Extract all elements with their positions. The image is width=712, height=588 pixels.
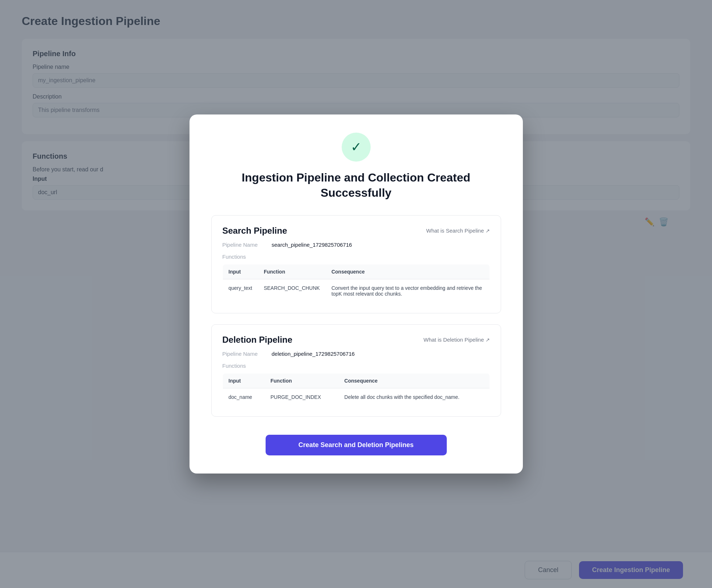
what-is-search-link[interactable]: What is Search Pipeline ↗ (426, 228, 490, 234)
search-col-function: Function (258, 264, 326, 279)
external-link-icon-2: ↗ (486, 337, 490, 343)
search-row-function: SEARCH_DOC_CHUNK (258, 279, 326, 303)
deletion-functions-table: Input Function Consequence doc_name PURG… (222, 373, 490, 406)
search-pipeline-name-value: search_pipeline_1729825706716 (272, 242, 352, 248)
deletion-functions-label: Functions (222, 363, 490, 369)
create-search-deletion-button[interactable]: Create Search and Deletion Pipelines (266, 435, 447, 455)
search-pipeline-title: Search Pipeline (222, 226, 287, 236)
deletion-pipeline-title: Deletion Pipeline (222, 335, 292, 345)
search-col-input: Input (222, 264, 258, 279)
modal-title: Ingestion Pipeline and Collection Create… (211, 170, 501, 200)
search-table-head: Input Function Consequence (222, 264, 490, 279)
what-is-deletion-link[interactable]: What is Deletion Pipeline ↗ (424, 337, 490, 343)
search-pipeline-name-label: Pipeline Name (222, 242, 266, 248)
success-modal: ✓ Ingestion Pipeline and Collection Crea… (190, 114, 523, 473)
deletion-pipeline-name-label: Pipeline Name (222, 351, 266, 357)
table-row: doc_name PURGE_DOC_INDEX Delete all doc … (222, 388, 490, 406)
deletion-row-input: doc_name (222, 388, 265, 406)
deletion-table-header-row: Input Function Consequence (222, 373, 490, 388)
deletion-row-consequence: Delete all doc chunks with the specified… (338, 388, 490, 406)
checkmark-icon: ✓ (351, 141, 362, 154)
table-row: query_text SEARCH_DOC_CHUNK Convert the … (222, 279, 490, 303)
deletion-pipeline-section: Deletion Pipeline What is Deletion Pipel… (211, 324, 501, 417)
success-icon-wrapper: ✓ (342, 133, 371, 162)
deletion-pipeline-name-row: Pipeline Name deletion_pipeline_17298257… (222, 351, 490, 357)
search-row-input: query_text (222, 279, 258, 303)
deletion-pipeline-header: Deletion Pipeline What is Deletion Pipel… (222, 335, 490, 345)
search-row-consequence: Convert the input query text to a vector… (326, 279, 490, 303)
modal-header: ✓ Ingestion Pipeline and Collection Crea… (211, 133, 501, 200)
search-pipeline-header: Search Pipeline What is Search Pipeline … (222, 226, 490, 236)
search-functions-table: Input Function Consequence query_text SE… (222, 264, 490, 303)
search-col-consequence: Consequence (326, 264, 490, 279)
search-pipeline-name-row: Pipeline Name search_pipeline_1729825706… (222, 242, 490, 248)
search-table-header-row: Input Function Consequence (222, 264, 490, 279)
deletion-col-consequence: Consequence (338, 373, 490, 388)
search-table-body: query_text SEARCH_DOC_CHUNK Convert the … (222, 279, 490, 303)
deletion-row-function: PURGE_DOC_INDEX (265, 388, 339, 406)
search-functions-label: Functions (222, 254, 490, 260)
deletion-pipeline-name-value: deletion_pipeline_1729825706716 (272, 351, 355, 357)
deletion-table-body: doc_name PURGE_DOC_INDEX Delete all doc … (222, 388, 490, 406)
external-link-icon: ↗ (486, 228, 490, 234)
deletion-col-function: Function (265, 373, 339, 388)
deletion-col-input: Input (222, 373, 265, 388)
modal-overlay: ✓ Ingestion Pipeline and Collection Crea… (0, 0, 712, 588)
deletion-table-head: Input Function Consequence (222, 373, 490, 388)
search-pipeline-section: Search Pipeline What is Search Pipeline … (211, 215, 501, 313)
modal-footer: Create Search and Deletion Pipelines (211, 428, 501, 455)
